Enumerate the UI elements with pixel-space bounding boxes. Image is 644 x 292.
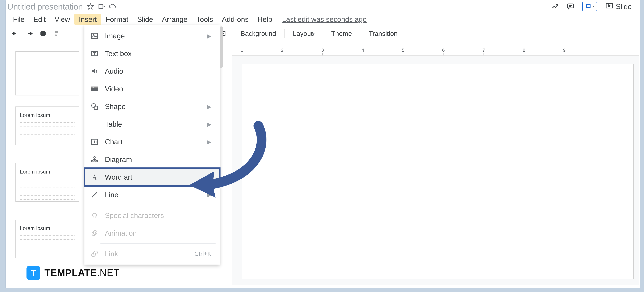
omega-icon [90,211,99,220]
menu-file[interactable]: File [8,14,29,25]
dropdown-table[interactable]: Table ▶ [84,115,220,133]
svg-rect-4 [92,33,98,38]
textbox-icon [90,49,99,58]
slideshow-label: Slide [616,2,632,11]
animation-icon [90,228,99,238]
submenu-arrow-icon: ▶ [207,138,212,145]
ruler: 1 2 3 4 5 6 7 8 9 [232,47,639,56]
audio-icon [90,66,99,76]
svg-point-10 [93,87,94,88]
svg-point-16 [94,156,95,158]
last-edit-link[interactable]: Last edit was seconds ago [282,15,367,23]
dropdown-wordart[interactable]: Word art [84,168,220,186]
dropdown-diagram[interactable]: Diagram [84,151,220,168]
svg-point-9 [92,87,92,88]
slideshow-button[interactable]: Slide [606,2,632,11]
submenu-arrow-icon: ▶ [207,32,212,39]
dropdown-image[interactable]: Image ▶ [84,27,220,45]
svg-rect-0 [99,4,103,8]
menu-arrange[interactable]: Arrange [158,14,192,25]
watermark: T TEMPLATE.NET [26,266,119,280]
submenu-arrow-icon: ▶ [207,103,212,110]
slide-thumb-3[interactable]: Lorem ipsum [16,163,79,202]
slide-thumb-2[interactable]: Lorem ipsum [16,106,79,145]
dropdown-chart[interactable]: Chart ▶ [84,133,220,151]
scrollbar[interactable] [220,26,223,68]
video-icon [90,84,99,94]
document-title[interactable]: Untitled presentation [7,2,83,11]
submenu-arrow-icon: ▶ [207,121,212,128]
svg-point-17 [92,160,93,162]
svg-point-18 [94,160,95,162]
menu-tools[interactable]: Tools [192,14,218,25]
comment-icon[interactable] [567,3,574,10]
slide-thumb-4[interactable]: Lorem ipsum [16,220,79,258]
svg-point-12 [96,87,96,88]
menu-slide[interactable]: Slide [133,14,158,25]
menu-help[interactable]: Help [253,14,277,25]
paint-format-icon[interactable] [53,29,61,38]
wordart-icon [90,172,99,182]
dropdown-line[interactable]: Line ▶ [84,186,220,204]
chart-icon [90,137,99,147]
present-button[interactable]: ▾ [582,2,597,11]
chevron-down-icon: ▾ [311,31,314,37]
menu-addons[interactable]: Add-ons [218,14,253,25]
move-icon[interactable] [98,3,105,10]
submenu-arrow-icon: ▶ [207,191,212,198]
line-icon [90,190,99,200]
svg-rect-14 [94,106,98,109]
slide-thumb-1[interactable] [16,51,79,95]
star-icon[interactable] [87,3,94,10]
menu-insert[interactable]: Insert [74,14,101,25]
menubar: File Edit View Insert Format Slide Arran… [6,13,640,26]
menu-view[interactable]: View [50,14,74,25]
trend-icon[interactable] [552,3,559,10]
menu-edit[interactable]: Edit [29,14,50,25]
shape-icon [90,102,99,111]
print-icon[interactable] [39,29,47,38]
dropdown-shape[interactable]: Shape ▶ [84,98,220,115]
undo-icon[interactable] [11,29,20,38]
svg-point-13 [92,104,96,107]
chevron-down-icon: ▾ [593,5,594,8]
dropdown-textbox[interactable]: Text box [84,45,220,62]
svg-rect-1 [568,4,574,8]
dropdown-video[interactable]: Video [84,80,220,98]
dropdown-audio[interactable]: Audio [84,62,220,80]
theme-button[interactable]: Theme [328,30,355,37]
dropdown-animation: Animation [84,224,220,242]
shortcut-label: Ctrl+K [194,250,212,257]
template-badge-icon: T [26,266,40,280]
image-icon [90,31,99,41]
slide-thumbnails: Lorem ipsum Lorem ipsum Lorem ipsum [6,47,82,276]
layout-button[interactable]: Layout ▾ [290,30,317,37]
dropdown-special-chars: Special characters [84,207,220,224]
svg-point-11 [94,87,95,88]
transition-button[interactable]: Transition [366,30,400,37]
svg-point-19 [96,160,98,162]
link-icon [90,249,99,259]
cloud-icon[interactable] [109,3,116,10]
dropdown-link: Link Ctrl+K [84,245,220,263]
slide-canvas[interactable] [242,64,634,279]
background-button[interactable]: Background [238,30,279,37]
insert-dropdown: Image ▶ Text box Audio Video Shape ▶ Tab… [84,25,220,265]
canvas-area: 1 2 3 4 5 6 7 8 9 [232,47,639,285]
menu-format[interactable]: Format [101,14,133,25]
redo-icon[interactable] [25,29,34,38]
diagram-icon [90,155,99,164]
